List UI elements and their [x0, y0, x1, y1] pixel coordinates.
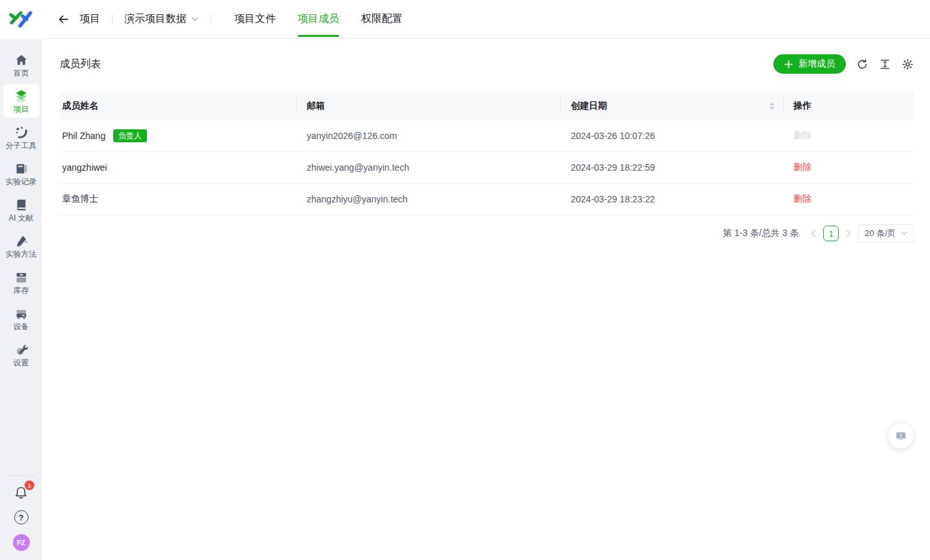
- member-email-cell: zhangzhiyu@yanyin.tech: [296, 194, 560, 204]
- member-email-cell: yanyin2026@126.com: [296, 131, 560, 141]
- members-table: 成员姓名 邮箱 创建日期 操作 Phil Zhang 负责人 yanyin202…: [60, 91, 914, 215]
- breadcrumb-projects[interactable]: 项目: [80, 12, 100, 26]
- chevron-down-icon: [901, 232, 907, 235]
- sidebar-item-home[interactable]: 首页: [3, 48, 39, 81]
- notebook-icon: [14, 162, 28, 176]
- member-name: 章鱼博士: [62, 193, 98, 205]
- page-title: 成员列表: [60, 58, 101, 71]
- pagination: 第 1-3 条/总共 3 条 1 20 条/页: [60, 224, 914, 242]
- box-icon: [14, 270, 28, 285]
- column-header-name: 成员姓名: [60, 91, 296, 120]
- sidebar-item-label: 实验方法: [6, 250, 37, 258]
- sort-ascending-icon: [769, 102, 775, 105]
- member-name: Phil Zhang: [62, 131, 105, 141]
- table-settings-button[interactable]: [902, 58, 914, 70]
- delete-member-link[interactable]: 删除: [793, 193, 812, 205]
- tab-project-files[interactable]: 项目文件: [234, 0, 276, 39]
- previous-page-button[interactable]: [810, 230, 817, 237]
- wrench-icon: [14, 343, 28, 357]
- app-logo[interactable]: [0, 0, 42, 39]
- sidebar-item-projects[interactable]: 项目: [3, 84, 39, 118]
- notifications-button[interactable]: 1: [14, 485, 28, 501]
- delete-member-link: 删除: [793, 130, 812, 142]
- sidebar-item-experiment-records[interactable]: 实验记录: [3, 156, 39, 190]
- sidebar-item-molecule-tools[interactable]: 分子工具: [3, 120, 39, 154]
- tab-permission-config[interactable]: 权限配置: [361, 0, 403, 39]
- title-row: 成员列表 新增成员: [60, 54, 914, 74]
- row-height-button[interactable]: [879, 58, 891, 70]
- layers-icon: [14, 89, 28, 103]
- page-number-button[interactable]: 1: [823, 226, 839, 241]
- column-header-created-label: 创建日期: [571, 100, 607, 112]
- member-actions-cell: 删除: [783, 162, 914, 173]
- project-selector-label: 演示项目数据: [124, 12, 186, 26]
- device-icon: [14, 307, 28, 321]
- user-avatar[interactable]: PZ: [13, 534, 30, 551]
- sidebar-item-settings[interactable]: 设置: [3, 338, 39, 371]
- sidebar-bottom: 1 ? PZ: [0, 475, 42, 560]
- sidebar-item-label: 首页: [14, 69, 29, 77]
- sidebar-divider: [8, 475, 35, 476]
- sidebar-item-label: 实验记录: [6, 178, 37, 186]
- chevron-left-icon: [811, 230, 816, 237]
- member-name-cell: Phil Zhang 负责人: [60, 129, 296, 142]
- pagination-summary: 第 1-3 条/总共 3 条: [723, 228, 799, 239]
- member-name-cell: 章鱼博士: [60, 193, 296, 205]
- project-selector[interactable]: 演示项目数据: [124, 12, 199, 26]
- tab-project-members[interactable]: 项目成员: [298, 0, 339, 39]
- next-page-button[interactable]: [845, 230, 852, 237]
- member-created-cell: 2024-03-29 18:22:59: [560, 162, 783, 173]
- brand-logo-icon: [7, 10, 36, 29]
- owner-badge: 负责人: [113, 129, 147, 142]
- sidebar-item-equipment[interactable]: 设备: [3, 301, 39, 335]
- sidebar-item-label: 分子工具: [6, 142, 37, 149]
- member-name: yangzhiwei: [62, 162, 107, 173]
- feedback-board-icon: [894, 429, 907, 442]
- gear-icon: [902, 58, 914, 70]
- molecule-icon: [14, 125, 28, 140]
- sort-button-created[interactable]: [769, 102, 775, 110]
- delete-member-link[interactable]: 删除: [793, 162, 812, 173]
- sidebar-item-ai-literature[interactable]: AI 文献: [3, 193, 39, 226]
- table-row: 章鱼博士 zhangzhiyu@yanyin.tech 2024-03-29 1…: [60, 184, 914, 215]
- main-content: 成员列表 新增成员: [42, 39, 930, 560]
- question-mark-icon: ?: [19, 513, 24, 522]
- sidebar-item-label: 设置: [14, 359, 29, 367]
- sidebar-nav: 首页 项目 分子工具 实验记录 AI 文献: [0, 39, 42, 560]
- add-member-button[interactable]: 新增成员: [773, 54, 846, 74]
- sidebar-item-inventory[interactable]: 库存: [3, 265, 39, 299]
- sidebar-item-experiment-methods[interactable]: 实验方法: [3, 229, 39, 263]
- member-actions-cell: 删除: [783, 193, 914, 205]
- table-header-row: 成员姓名 邮箱 创建日期 操作: [60, 91, 914, 120]
- page-size-select[interactable]: 20 条/页: [858, 224, 914, 242]
- table-row: Phil Zhang 负责人 yanyin2026@126.com 2024-0…: [60, 120, 914, 152]
- sidebar-item-label: 设备: [14, 323, 29, 330]
- column-header-created: 创建日期: [560, 91, 783, 120]
- divider: [210, 14, 211, 25]
- chevron-right-icon: [846, 230, 851, 237]
- avatar-initials: PZ: [17, 539, 25, 546]
- arrow-left-icon: [57, 13, 70, 26]
- member-created-cell: 2024-03-29 18:23:22: [560, 194, 783, 204]
- notification-badge: 1: [25, 480, 34, 490]
- left-sidebar: 首页 项目 分子工具 实验记录 AI 文献: [0, 0, 42, 560]
- table-row: yangzhiwei zhiwei.yang@yanyin.tech 2024-…: [60, 152, 914, 184]
- pen-icon: [14, 234, 28, 248]
- book-icon: [14, 198, 28, 212]
- chevron-down-icon: [192, 17, 199, 21]
- sort-descending-icon: [769, 107, 775, 110]
- sidebar-item-label: 项目: [14, 105, 29, 113]
- column-header-email: 邮箱: [296, 91, 560, 120]
- add-member-label: 新增成员: [799, 58, 835, 70]
- refresh-button[interactable]: [856, 58, 869, 70]
- refresh-icon: [856, 58, 869, 70]
- home-icon: [14, 53, 28, 67]
- feedback-button[interactable]: [888, 423, 914, 449]
- help-button[interactable]: ?: [14, 510, 28, 524]
- member-name-cell: yangzhiwei: [60, 162, 296, 173]
- plus-icon: [784, 60, 793, 69]
- back-button[interactable]: [57, 13, 70, 26]
- page-size-value: 20 条/页: [865, 228, 896, 239]
- project-tabs: 项目文件 项目成员 权限配置: [234, 0, 403, 39]
- row-height-icon: [879, 58, 891, 70]
